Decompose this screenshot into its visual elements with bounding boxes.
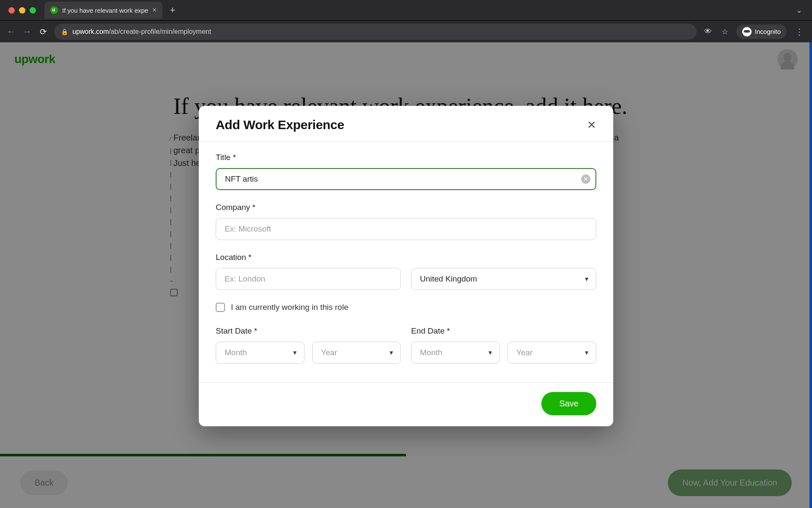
browser-chrome: If you have relevant work expe × + ⌄ ← →… <box>0 0 812 42</box>
fullscreen-window-icon[interactable] <box>30 7 36 14</box>
chevron-down-icon: ▼ <box>584 276 590 282</box>
browser-menu-icon[interactable]: ⋮ <box>793 27 806 37</box>
chevron-down-icon: ▼ <box>487 349 493 356</box>
start-month-select[interactable]: ▼ <box>216 342 304 364</box>
currently-working-checkbox[interactable] <box>216 303 225 312</box>
title-field-wrap: ✕ <box>216 168 596 190</box>
end-month-select[interactable]: ▼ <box>411 342 500 364</box>
upwork-favicon-icon <box>50 6 58 14</box>
end-year-select[interactable]: ▼ <box>508 342 596 364</box>
url-text: upwork.com/ab/create-profile/min/employm… <box>72 28 690 36</box>
close-window-icon[interactable] <box>8 7 15 14</box>
title-label: Title * <box>216 153 596 162</box>
currently-working-label: I am currently working in this role <box>231 303 348 312</box>
tab-close-icon[interactable]: × <box>152 6 156 14</box>
country-value[interactable] <box>411 268 596 290</box>
modal-close-button[interactable]: ✕ <box>587 119 596 132</box>
minimize-window-icon[interactable] <box>19 7 25 14</box>
end-date-label: End Date * <box>411 326 596 336</box>
chevron-down-icon: ▼ <box>292 349 298 356</box>
window-scrollbar[interactable] <box>809 42 812 508</box>
new-tab-button[interactable]: + <box>167 5 179 16</box>
clear-input-icon[interactable]: ✕ <box>581 174 590 184</box>
modal-title: Add Work Experience <box>216 118 344 132</box>
start-date-label: Start Date * <box>216 326 401 336</box>
nav-back-icon[interactable]: ← <box>6 27 16 36</box>
company-label: Company * <box>216 203 596 212</box>
incognito-icon <box>742 27 752 36</box>
country-select[interactable]: ▼ <box>411 268 596 290</box>
tracking-protection-icon[interactable]: 👁 <box>702 27 713 36</box>
lock-icon: 🔒 <box>61 28 68 35</box>
address-bar: ← → ⟳ 🔒 upwork.com/ab/create-profile/min… <box>0 20 812 42</box>
chevron-down-icon: ▼ <box>388 349 394 356</box>
omnibox[interactable]: 🔒 upwork.com/ab/create-profile/min/emplo… <box>54 24 697 40</box>
incognito-indicator[interactable]: Incognito <box>736 25 787 39</box>
start-year-select[interactable]: ▼ <box>312 342 401 364</box>
modal-body: Title * ✕ Company * Location * <box>199 142 613 382</box>
add-work-experience-modal: Add Work Experience ✕ Title * ✕ Company … <box>199 106 613 426</box>
browser-tab[interactable]: If you have relevant work expe × <box>44 2 162 19</box>
reload-icon[interactable]: ⟳ <box>38 27 48 37</box>
modal-footer: Save <box>199 382 613 426</box>
nav-forward-icon: → <box>22 27 32 36</box>
company-input[interactable] <box>216 218 596 240</box>
tab-strip: If you have relevant work expe × + ⌄ <box>0 0 812 20</box>
chevron-down-icon: ▼ <box>584 349 590 356</box>
city-input[interactable] <box>216 268 401 290</box>
save-button[interactable]: Save <box>541 392 596 415</box>
page-viewport: upwork If you have relevant work experie… <box>0 42 812 508</box>
tabs-overflow-icon[interactable]: ⌄ <box>796 6 812 14</box>
title-input[interactable] <box>216 168 596 190</box>
tab-title: If you have relevant work expe <box>62 7 148 14</box>
window-controls[interactable] <box>4 7 40 14</box>
incognito-label: Incognito <box>755 28 781 35</box>
bookmark-star-icon[interactable]: ☆ <box>719 27 730 36</box>
modal-header: Add Work Experience ✕ <box>199 106 613 142</box>
location-label: Location * <box>216 253 596 262</box>
